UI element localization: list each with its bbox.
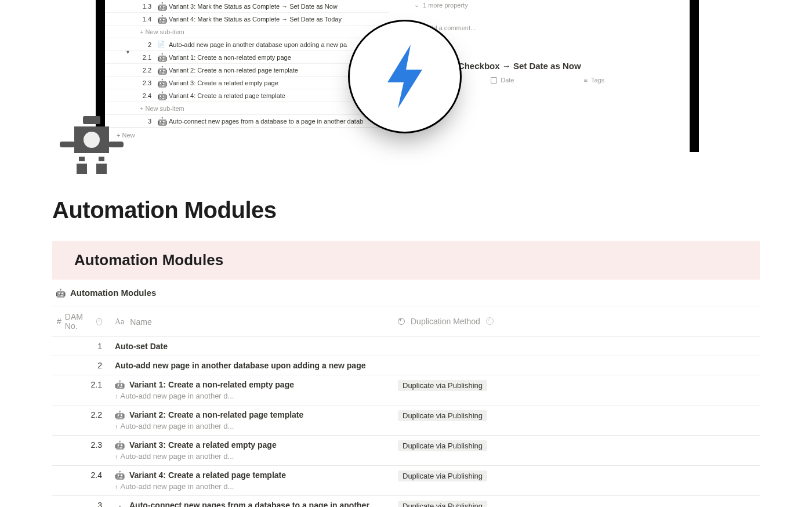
- number-type-icon: #: [57, 317, 61, 326]
- parent-arrow-icon: ↑: [115, 453, 118, 460]
- new-row-button[interactable]: + New: [105, 128, 389, 142]
- database-title[interactable]: 🤖 Automation Modules: [56, 288, 760, 298]
- robot-icon: 🤖: [157, 91, 165, 100]
- table-row[interactable]: 2.2🤖Variant 2: Create a non-related page…: [52, 405, 760, 436]
- cell-name: 🤖Variant 4: Create a related page templa…: [110, 466, 393, 496]
- database-title-label: Automation Modules: [70, 288, 156, 298]
- outline-row[interactable]: 3 🤖 Auto-connect new pages from a databa…: [105, 115, 389, 128]
- svg-rect-0: [83, 116, 100, 124]
- add-comment-input[interactable]: Add a comment...: [414, 20, 684, 39]
- table-row[interactable]: 3🤖Auto-connect new pages from a database…: [52, 496, 760, 508]
- info-icon[interactable]: [96, 318, 102, 325]
- svg-rect-7: [77, 164, 87, 174]
- cell-method: [393, 337, 760, 356]
- page-title: Automation Modules: [52, 197, 760, 223]
- col-tags: ≡Tags: [584, 77, 605, 84]
- cell-dam-number: 2: [52, 356, 110, 375]
- table-row[interactable]: 2.3🤖Variant 3: Create a related empty pa…: [52, 436, 760, 466]
- method-tag: Duplicate via Publishing: [398, 501, 487, 507]
- svg-rect-4: [108, 142, 124, 147]
- column-header-dam[interactable]: #DAM No.: [52, 306, 110, 337]
- outline-text: Auto-add new page in another database up…: [169, 41, 347, 48]
- table-row[interactable]: 2.1🤖Variant 1: Create a non-related empt…: [52, 375, 760, 405]
- hero-banner: 1.3 🤖 Variant 3: Mark the Status as Comp…: [0, 0, 812, 174]
- robot-icon: 🤖: [157, 2, 165, 11]
- more-properties-label: 1 more property: [423, 2, 468, 9]
- outline-row[interactable]: 2 📄 Auto-add new page in another databas…: [105, 38, 389, 51]
- col-date: Date: [491, 77, 514, 84]
- outline-number: 2.3: [134, 79, 151, 86]
- outline-number: 2: [134, 41, 151, 48]
- cell-method: Duplicate via Publishing: [393, 436, 760, 466]
- robot-icon: 🤖: [56, 288, 66, 298]
- outline-row[interactable]: 2.4 🤖 Variant 4: Create a related page t…: [105, 89, 389, 102]
- method-tag: Duplicate via Publishing: [398, 440, 487, 451]
- new-sub-item-button[interactable]: + New sub-item: [105, 26, 389, 38]
- parent-arrow-icon: ↑: [115, 483, 118, 490]
- select-type-icon: [398, 318, 405, 325]
- outline-row[interactable]: 1.3 🤖 Variant 3: Mark the Status as Comp…: [105, 0, 389, 13]
- more-properties-toggle[interactable]: ⌄ 1 more property: [414, 0, 684, 10]
- modules-table: #DAM No. AaName Duplication Method 1Auto…: [52, 306, 760, 507]
- robot-icon: 🤖: [157, 53, 165, 62]
- outline-row[interactable]: 2.2 🤖 Variant 2: Create a non-related pa…: [105, 64, 389, 77]
- outline-text: Variant 1: Create a non-related empty pa…: [169, 54, 291, 61]
- table-row[interactable]: 1Auto-set Date: [52, 337, 760, 356]
- info-icon[interactable]: [486, 317, 494, 325]
- column-header-method[interactable]: Duplication Method: [393, 306, 760, 337]
- table-row[interactable]: 2Auto-add new page in another database u…: [52, 356, 760, 375]
- svg-point-2: [84, 132, 100, 148]
- table-row[interactable]: 2.4🤖Variant 4: Create a related page tem…: [52, 466, 760, 496]
- parent-arrow-icon: ↑: [115, 393, 118, 400]
- chevron-down-icon: ⌄: [414, 1, 419, 9]
- robot-icon: 🤖: [115, 470, 125, 480]
- outline-row[interactable]: 2.3 🤖 Variant 3: Create a related empty …: [105, 77, 389, 89]
- new-sub-item-button[interactable]: + New sub-item: [105, 102, 389, 115]
- list-icon: ≡: [584, 77, 588, 84]
- outline-text: Variant 4: Create a related page templat…: [169, 92, 285, 99]
- method-tag: Duplicate via Publishing: [398, 470, 487, 481]
- method-tag: Duplicate via Publishing: [398, 410, 487, 421]
- outline-text: Variant 2: Create a non-related page tem…: [169, 67, 298, 74]
- outline-number: 2.2: [134, 67, 151, 74]
- cell-method: [393, 356, 760, 375]
- parent-arrow-icon: ↑: [115, 423, 118, 430]
- outline-row[interactable]: 1.4 🤖 Variant 4: Mark the Status as Comp…: [105, 13, 389, 26]
- svg-rect-3: [60, 142, 75, 147]
- robot-icon: 🤖: [157, 78, 165, 88]
- cell-dam-number: 2.3: [52, 436, 110, 466]
- robot-icon: 🤖: [157, 66, 165, 75]
- cell-dam-number: 3: [52, 496, 110, 508]
- svg-rect-5: [79, 157, 85, 161]
- outline-number: 2.4: [134, 92, 151, 99]
- svg-rect-6: [99, 157, 104, 161]
- outline-text: Variant 3: Mark the Status as Complete →…: [169, 3, 338, 10]
- robot-mascot-icon: [57, 116, 126, 174]
- robot-icon: 🤖: [115, 380, 125, 389]
- robot-icon: 🤖: [157, 117, 165, 126]
- robot-icon: 🤖: [115, 410, 125, 419]
- cell-name: Auto-add new page in another database up…: [110, 356, 393, 375]
- cell-name: 🤖Variant 1: Create a non-related empty p…: [110, 375, 393, 405]
- column-header-name[interactable]: AaName: [110, 306, 393, 337]
- collapse-toggle-icon[interactable]: ▼: [125, 49, 130, 55]
- cell-dam-number: 2.2: [52, 405, 110, 436]
- svg-rect-8: [96, 164, 107, 174]
- cell-method: Duplicate via Publishing: [393, 375, 760, 405]
- page-icon: 📄: [157, 41, 165, 48]
- callout-heading: Automation Modules: [52, 241, 760, 280]
- calendar-icon: [491, 77, 497, 84]
- cell-name: Auto-set Date: [110, 337, 393, 356]
- cell-method: Duplicate via Publishing: [393, 496, 760, 508]
- cell-method: Duplicate via Publishing: [393, 466, 760, 496]
- outline-text: Variant 3: Create a related empty page: [169, 79, 278, 86]
- outline-text: Variant 4: Mark the Status as Complete →…: [169, 16, 342, 23]
- cell-name: 🤖Variant 3: Create a related empty page↑…: [110, 436, 393, 466]
- outline-number: 3: [134, 118, 151, 125]
- cell-dam-number: 2.4: [52, 466, 110, 496]
- cell-name: 🤖Variant 2: Create a non-related page te…: [110, 405, 393, 436]
- outline-row[interactable]: 2.1 🤖 Variant 1: Create a non-related em…: [105, 51, 389, 64]
- lightning-badge-icon: [348, 20, 462, 133]
- cell-dam-number: 1: [52, 337, 110, 356]
- cell-method: Duplicate via Publishing: [393, 405, 760, 436]
